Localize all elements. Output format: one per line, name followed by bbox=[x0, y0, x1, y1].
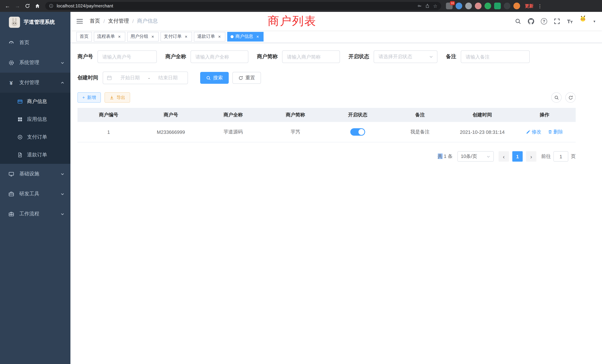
table-header: 开启状态 bbox=[327, 112, 389, 118]
sidebar-logo[interactable]: 芋道管理系统 bbox=[0, 12, 70, 33]
filter-merchant-no: 商户号 bbox=[77, 50, 157, 63]
goto-input[interactable] bbox=[553, 151, 568, 162]
help-icon[interactable]: ? bbox=[541, 18, 547, 24]
edit-icon bbox=[526, 130, 530, 134]
date-end-placeholder: 结束日期 bbox=[152, 75, 184, 81]
tab-refund-order[interactable]: 退款订单× bbox=[194, 32, 225, 41]
sidebar-submenu-pay: 商户信息 应用信息 支付订单 退款订单 bbox=[0, 93, 70, 164]
extension-icon[interactable] bbox=[504, 3, 510, 9]
tab-label: 流程表单 bbox=[97, 33, 115, 40]
extension-icon[interactable] bbox=[494, 3, 501, 9]
url-bar[interactable]: localhost:1024/pay/merchant ☆ bbox=[45, 2, 441, 10]
sidebar-item-system[interactable]: 系统管理 bbox=[0, 53, 70, 73]
export-button[interactable]: 导出 bbox=[105, 92, 130, 103]
date-range-picker[interactable]: 开始日期 - 结束日期 bbox=[103, 72, 188, 84]
merchant-no-input[interactable] bbox=[97, 50, 157, 63]
yen-icon: ¥ bbox=[8, 80, 14, 86]
share-icon[interactable] bbox=[425, 4, 430, 8]
search-button[interactable]: 搜索 bbox=[200, 72, 229, 84]
key-icon[interactable] bbox=[418, 4, 422, 8]
tags-view-bar: 首页 流程表单× 用户分组× 支付订单× 退款订单× 商户信息× bbox=[70, 30, 602, 43]
sidebar-item-workflow[interactable]: 工作流程 bbox=[0, 204, 70, 224]
sidebar-item-app-info[interactable]: 应用信息 bbox=[0, 110, 70, 128]
table-header: 商户编号 bbox=[77, 112, 140, 118]
extension-icon[interactable] bbox=[484, 3, 491, 9]
sidebar-item-pay-order[interactable]: 支付订单 bbox=[0, 128, 70, 146]
remark-input[interactable] bbox=[461, 50, 530, 63]
bookmark-star-icon[interactable]: ☆ bbox=[433, 3, 437, 8]
hamburger-icon[interactable] bbox=[75, 18, 87, 24]
date-start-placeholder: 开始日期 bbox=[114, 75, 146, 81]
close-icon[interactable]: × bbox=[217, 34, 222, 39]
search-icon[interactable] bbox=[515, 18, 521, 24]
field-label: 商户号 bbox=[77, 53, 93, 60]
breadcrumb-item[interactable]: 首页 bbox=[90, 18, 100, 24]
full-name-input[interactable] bbox=[191, 50, 248, 63]
user-avatar-dropdown[interactable]: ▾ bbox=[580, 16, 595, 27]
delete-link[interactable]: 删除 bbox=[548, 129, 563, 135]
export-button-label: 导出 bbox=[116, 94, 125, 101]
extension-icon[interactable] bbox=[475, 3, 482, 9]
forward-icon[interactable]: → bbox=[13, 1, 22, 10]
sidebar-item-infra[interactable]: 基础设施 bbox=[0, 164, 70, 184]
fullscreen-icon[interactable] bbox=[554, 18, 560, 24]
close-icon[interactable]: × bbox=[150, 34, 155, 39]
tab-pay-order[interactable]: 支付订单× bbox=[161, 32, 192, 41]
toggle-search-button[interactable] bbox=[551, 92, 562, 103]
sidebar-item-home[interactable]: 首页 bbox=[0, 33, 70, 53]
cell-actions: 修改 删除 bbox=[513, 129, 576, 135]
sidebar-item-merchant-info[interactable]: 商户信息 bbox=[0, 93, 70, 110]
sidebar-item-devtools[interactable]: 研发工具 bbox=[0, 184, 70, 204]
reset-button[interactable]: 重置 bbox=[232, 72, 261, 84]
sidebar-item-refund-order[interactable]: 退款订单 bbox=[0, 146, 70, 164]
toolbar-right bbox=[551, 92, 576, 103]
close-icon[interactable]: × bbox=[183, 34, 189, 39]
profile-avatar[interactable] bbox=[513, 3, 520, 9]
cell-create-time: 2021-10-23 08:31:14 bbox=[451, 129, 513, 135]
sidebar-item-pay[interactable]: ¥ 支付管理 bbox=[0, 73, 70, 93]
reload-icon[interactable] bbox=[23, 1, 32, 10]
sidebar: 芋道管理系统 首页 系统管理 ¥ 支付管理 商户信息 应用信息 bbox=[0, 12, 70, 364]
close-icon[interactable]: × bbox=[255, 34, 260, 39]
close-icon[interactable]: × bbox=[117, 34, 122, 39]
page-size-select[interactable]: 10条/页 bbox=[457, 151, 494, 162]
home-icon[interactable] bbox=[33, 1, 42, 10]
back-icon[interactable]: ← bbox=[3, 1, 12, 10]
page-number-1[interactable]: 1 bbox=[512, 151, 523, 162]
extension-icon[interactable]: 10 bbox=[446, 3, 453, 9]
table-header: 商户号 bbox=[140, 112, 202, 118]
workflow-icon bbox=[8, 211, 14, 217]
sidebar-item-label: 支付订单 bbox=[27, 134, 47, 140]
tab-home[interactable]: 首页 bbox=[76, 32, 92, 41]
tab-merchant-info[interactable]: 商户信息× bbox=[227, 32, 264, 41]
breadcrumb-separator: / bbox=[103, 18, 105, 24]
tab-user-group[interactable]: 用户分组× bbox=[127, 32, 159, 41]
table-toolbar: + 新增 导出 bbox=[77, 92, 576, 103]
extension-icon[interactable] bbox=[456, 3, 462, 9]
filter-status: 开启状态 请选择开启状态 bbox=[348, 50, 437, 63]
chevron-down-icon bbox=[60, 172, 64, 176]
font-size-icon[interactable] bbox=[567, 18, 573, 24]
status-select[interactable]: 请选择开启状态 bbox=[374, 50, 437, 63]
tab-process-form[interactable]: 流程表单× bbox=[94, 32, 125, 41]
extension-icon[interactable] bbox=[465, 3, 472, 9]
github-icon[interactable] bbox=[528, 18, 534, 24]
edit-link[interactable]: 修改 bbox=[526, 129, 541, 135]
breadcrumb-item-current: 商户信息 bbox=[137, 18, 158, 24]
add-button[interactable]: + 新增 bbox=[77, 92, 101, 103]
filter-short-name: 商户简称 bbox=[257, 50, 340, 63]
refresh-button[interactable] bbox=[565, 92, 576, 103]
status-toggle[interactable] bbox=[350, 128, 365, 136]
calendar-icon bbox=[107, 75, 112, 80]
table-header: 商户简称 bbox=[264, 112, 327, 118]
site-info-icon[interactable] bbox=[49, 4, 53, 8]
prev-page-button[interactable]: ‹ bbox=[499, 151, 509, 162]
main-area: 首页 / 支付管理 / 商户信息 商户列表 ? ▾ 首页 流程表单× bbox=[70, 12, 602, 364]
browser-menu-icon[interactable]: ⋮ bbox=[536, 3, 544, 9]
chevron-down-icon bbox=[60, 212, 64, 216]
breadcrumb-item[interactable]: 支付管理 bbox=[108, 18, 129, 24]
table-header: 备注 bbox=[389, 112, 451, 118]
short-name-input[interactable] bbox=[282, 50, 340, 63]
next-page-button[interactable]: › bbox=[526, 151, 536, 162]
update-button[interactable]: 更新 bbox=[525, 3, 533, 9]
